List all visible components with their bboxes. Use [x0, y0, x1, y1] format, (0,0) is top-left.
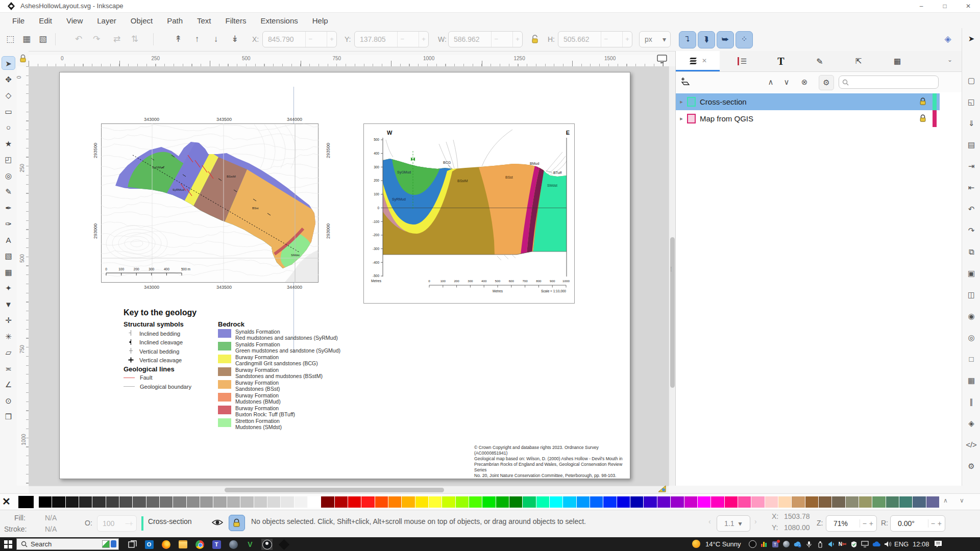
layer-name[interactable]: Map from QGIS — [700, 114, 940, 123]
display-mode-icon[interactable] — [656, 54, 668, 64]
palette-swatch[interactable] — [684, 496, 697, 508]
new-document-icon[interactable]: ▢ — [965, 74, 978, 87]
palette-swatch[interactable] — [442, 496, 455, 508]
vertical-ruler[interactable]: 02505007501000 — [17, 66, 29, 486]
palette-swatch[interactable] — [361, 496, 374, 508]
palette-swatch[interactable] — [832, 496, 845, 508]
opacity-field[interactable]: 100−+ — [97, 515, 137, 532]
box3d-tool[interactable]: ◰ — [2, 153, 15, 166]
layer-search-box[interactable] — [839, 76, 939, 89]
start-button-icon[interactable] — [4, 540, 12, 548]
taskbar-app-outlook[interactable]: O — [143, 539, 155, 550]
lower-to-bottom-icon[interactable]: ↡ — [228, 32, 242, 46]
taskbar-app-firefox[interactable] — [160, 539, 172, 550]
h-field[interactable]: 505.662−+ — [558, 31, 632, 47]
palette-swatch[interactable] — [846, 496, 859, 508]
palette-swatch[interactable] — [644, 496, 656, 508]
vertical-scrollbar[interactable] — [669, 66, 676, 486]
palette-swatch[interactable] — [496, 496, 509, 508]
print-icon[interactable]: ▤ — [965, 138, 978, 152]
deselect-icon[interactable]: ▧ — [36, 32, 50, 46]
shape-builder-tool[interactable]: ◇ — [2, 88, 15, 102]
palette-swatch[interactable] — [536, 496, 549, 508]
select-all-layers-icon[interactable]: ▦ — [19, 32, 34, 46]
tray-teams-icon[interactable]: T — [771, 540, 779, 548]
palette-swatch[interactable] — [308, 496, 321, 508]
palette-swatch[interactable] — [617, 496, 630, 508]
palette-swatch[interactable] — [402, 496, 414, 508]
taskbar-app-chrome[interactable] — [194, 539, 205, 550]
tab-symbols[interactable]: ▦ — [882, 51, 913, 71]
next-page-icon[interactable]: › — [754, 517, 757, 525]
palette-swatch[interactable] — [482, 496, 495, 508]
layer-row-map-from-qgis[interactable]: ▸Map from QGIS — [676, 110, 940, 127]
tray-obs-icon[interactable] — [748, 540, 757, 548]
redo-icon[interactable]: ↷ — [965, 224, 978, 237]
no-color-swatch[interactable]: ✕ — [2, 495, 11, 508]
tab-export[interactable]: ⇱ — [843, 51, 874, 71]
menu-filters[interactable]: Filters — [218, 14, 254, 27]
layer-name[interactable]: Cross-section — [700, 97, 940, 106]
palette-swatch[interactable] — [187, 496, 200, 508]
taskbar-app-vmware[interactable]: V — [244, 539, 256, 550]
xml-editor-icon[interactable]: </> — [965, 438, 978, 452]
taskbar-app-inkscape[interactable] — [278, 539, 289, 550]
menu-object[interactable]: Object — [124, 14, 160, 27]
palette-swatch[interactable] — [792, 496, 804, 508]
node-tool[interactable]: ✥ — [2, 72, 15, 86]
menu-edit[interactable]: Edit — [32, 14, 59, 27]
lock-ratio-icon[interactable] — [531, 34, 539, 44]
palette-swatch[interactable] — [603, 496, 616, 508]
menu-file[interactable]: File — [5, 14, 32, 27]
flip-horizontal-icon[interactable]: ⇄ — [110, 32, 124, 46]
tab-objects[interactable]: ☰ — [727, 51, 757, 71]
palette-scroll-down-icon[interactable]: ∨ — [960, 497, 964, 504]
palette-swatch[interactable] — [523, 496, 535, 508]
mesh-tool[interactable]: ▦ — [2, 265, 15, 279]
color-managed-icon[interactable] — [657, 484, 667, 493]
palette-swatch[interactable] — [872, 496, 885, 508]
grid-icon[interactable]: ▦ — [965, 374, 978, 387]
palette-swatch[interactable] — [348, 496, 361, 508]
spiral-tool[interactable]: ◎ — [2, 169, 15, 183]
measure-tool[interactable]: ∠ — [2, 378, 15, 391]
palette-swatch[interactable] — [267, 496, 280, 508]
connector-tool[interactable]: ≍ — [2, 362, 15, 375]
tray-mic-icon[interactable] — [804, 540, 813, 548]
preferences-icon[interactable]: ⚙ — [965, 460, 978, 473]
palette-swatch[interactable] — [563, 496, 576, 508]
palette-swatch[interactable] — [388, 496, 401, 508]
palette-swatch[interactable] — [133, 496, 145, 508]
taskbar-search-box[interactable]: Search — [16, 538, 119, 550]
raise-icon[interactable]: ↑ — [190, 32, 204, 46]
taskbar-app-task-view[interactable] — [127, 539, 138, 550]
dropper-tool[interactable]: ✦ — [2, 281, 15, 295]
palette-swatch[interactable] — [550, 496, 562, 508]
tweak-tool[interactable]: ✛ — [2, 313, 15, 327]
panel-menu-chevron-icon[interactable]: ⌄ — [947, 56, 952, 63]
page-selector[interactable]: 1.1▾ — [717, 515, 750, 532]
current-layer-name[interactable]: Cross-section — [148, 517, 192, 525]
tray-snip-icon[interactable]: N✂ — [838, 540, 847, 548]
flip-vertical-icon[interactable]: ⇅ — [128, 32, 142, 46]
import-icon[interactable]: ⇥ — [965, 160, 978, 173]
dock-resize-handle[interactable]: ⁞ — [670, 265, 672, 273]
menu-view[interactable]: View — [59, 14, 90, 27]
language-indicator[interactable]: ENG — [894, 540, 909, 548]
text-tool[interactable]: A — [2, 233, 15, 247]
palette-swatch[interactable] — [913, 496, 925, 508]
palette-swatch[interactable] — [92, 496, 105, 508]
layer-lock-icon[interactable] — [919, 97, 926, 108]
layer-lock-button[interactable] — [229, 515, 245, 531]
tray-volume-icon[interactable] — [883, 540, 892, 548]
ruler-corner[interactable] — [17, 51, 29, 66]
tray-chart-icon[interactable] — [760, 540, 768, 548]
tray-shield-icon[interactable] — [849, 540, 858, 548]
palette-swatch[interactable] — [39, 496, 52, 508]
palette-swatch[interactable] — [52, 496, 65, 508]
settings-gear-icon[interactable]: ⚙ — [819, 75, 834, 90]
palette-swatch[interactable] — [671, 496, 683, 508]
w-field[interactable]: 586.962−+ — [448, 31, 523, 47]
move-layer-down-icon[interactable]: ∨ — [779, 75, 794, 89]
palette-swatch[interactable] — [281, 496, 293, 508]
